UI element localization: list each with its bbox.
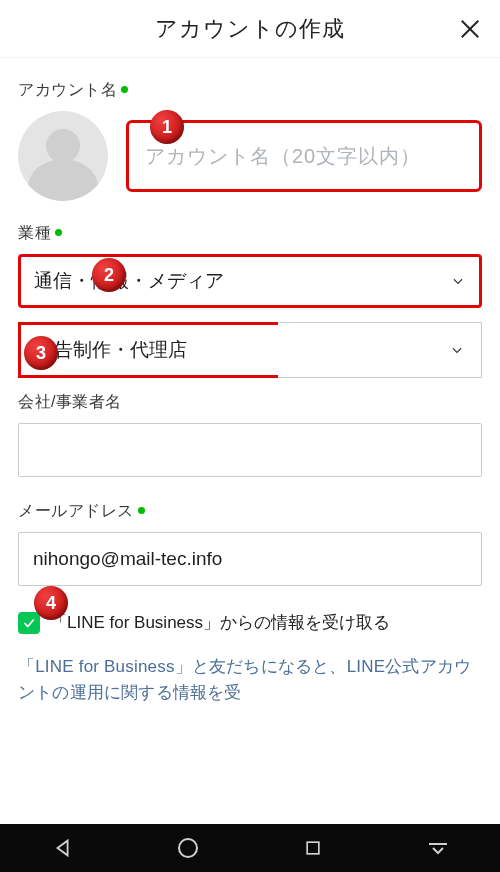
company-label: 会社/事業者名 — [18, 392, 482, 413]
email-label: メールアドレス — [18, 501, 482, 522]
circle-home-icon — [176, 836, 200, 860]
avatar-body-icon — [28, 159, 98, 201]
svg-marker-2 — [57, 841, 67, 856]
account-name-label: アカウント名 — [18, 80, 482, 101]
consent-row: 「LINE for Business」からの情報を受け取る — [18, 610, 482, 636]
company-input[interactable] — [18, 423, 482, 477]
header: アカウントの作成 — [0, 0, 500, 58]
required-dot-icon — [55, 229, 62, 236]
avatar-head-icon — [46, 129, 80, 163]
square-recent-icon — [303, 838, 323, 858]
triangle-back-icon — [52, 837, 74, 859]
industry-label: 業種 — [18, 223, 482, 244]
annotation-marker-3: 3 — [24, 336, 58, 370]
chevron-down-icon — [450, 273, 466, 289]
required-dot-icon — [121, 86, 128, 93]
nav-home-button[interactable] — [166, 826, 210, 870]
page-title: アカウントの作成 — [155, 14, 345, 44]
annotation-marker-2: 2 — [92, 258, 126, 292]
close-button[interactable] — [456, 15, 484, 43]
nav-dropdown-button[interactable] — [416, 826, 460, 870]
industry-secondary-select[interactable]: 広告制作・代理店 — [18, 322, 482, 378]
industry-secondary-right — [278, 322, 482, 378]
check-icon — [22, 616, 36, 630]
nav-back-button[interactable] — [41, 826, 85, 870]
info-text: 「LINE for Business」と友だちになると、LINE公式アカウントの… — [18, 654, 482, 707]
nav-recent-button[interactable] — [291, 826, 335, 870]
chevron-down-icon — [449, 342, 465, 358]
down-arrow-icon — [426, 836, 450, 860]
android-navbar — [0, 824, 500, 872]
industry-primary-select[interactable]: 通信・情報・メディア — [18, 254, 482, 308]
email-input[interactable]: nihongo@mail-tec.info — [18, 532, 482, 586]
annotation-marker-4: 4 — [34, 586, 68, 620]
consent-text: 「LINE for Business」からの情報を受け取る — [50, 610, 390, 636]
required-dot-icon — [138, 507, 145, 514]
svg-point-3 — [179, 839, 197, 857]
consent-checkbox[interactable] — [18, 612, 40, 634]
industry-primary-value: 通信・情報・メディア — [34, 268, 224, 294]
close-icon — [459, 18, 481, 40]
account-name-input[interactable] — [145, 145, 463, 168]
page-root: 1 2 3 4 アカウントの作成 アカウント名 業種 通信・情報・メディア — [0, 0, 500, 872]
svg-rect-4 — [307, 842, 319, 854]
form-content: アカウント名 業種 通信・情報・メディア 広告制作・代理店 会社/事業者名 — [0, 58, 500, 824]
annotation-marker-1: 1 — [150, 110, 184, 144]
account-name-row — [18, 111, 482, 201]
avatar-placeholder[interactable] — [18, 111, 108, 201]
